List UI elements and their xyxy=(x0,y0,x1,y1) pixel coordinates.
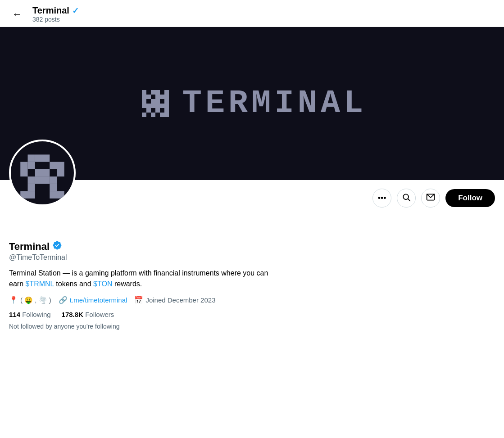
svg-rect-22 xyxy=(164,108,169,113)
svg-rect-39 xyxy=(28,176,35,184)
svg-rect-21 xyxy=(155,108,160,113)
link-icon: 🔗 xyxy=(59,296,68,304)
svg-rect-8 xyxy=(160,95,164,99)
header-bar: ← Terminal ✓ 382 posts xyxy=(0,0,504,27)
follow-button[interactable]: Follow xyxy=(445,189,495,207)
svg-rect-43 xyxy=(28,184,35,191)
svg-rect-32 xyxy=(28,162,35,169)
svg-rect-9 xyxy=(164,95,169,99)
svg-rect-31 xyxy=(20,162,27,169)
header-post-count: 382 posts xyxy=(32,16,79,23)
location-icon: 📍 xyxy=(9,296,18,304)
svg-rect-16 xyxy=(151,104,155,108)
banner-logo-icon xyxy=(137,86,173,122)
stats-row: 114 Following 178.8K Followers xyxy=(9,311,495,318)
svg-rect-7 xyxy=(155,95,160,99)
joined-meta: 📅 Joined December 2023 xyxy=(134,296,215,304)
joined-text: Joined December 2023 xyxy=(145,296,215,304)
bio-text-part2: tokens and xyxy=(54,280,93,288)
svg-rect-34 xyxy=(57,162,64,169)
message-button[interactable] xyxy=(421,189,440,208)
svg-rect-30 xyxy=(42,154,50,162)
username: @TimeToTerminal xyxy=(9,253,495,262)
message-icon xyxy=(426,193,435,204)
profile-section: ••• Follow Terminal xyxy=(0,180,504,335)
link-meta: 🔗 t.me/timetoterminal xyxy=(59,296,127,304)
search-icon xyxy=(402,193,411,204)
search-button[interactable] xyxy=(397,189,416,208)
svg-rect-15 xyxy=(146,104,151,108)
svg-rect-36 xyxy=(35,169,42,176)
location-text: ( 🤑 , 🌪️ ) xyxy=(20,296,51,304)
svg-rect-10 xyxy=(142,99,146,104)
svg-rect-13 xyxy=(164,99,169,104)
followers-label-text: Followers xyxy=(85,311,114,318)
svg-rect-35 xyxy=(20,169,27,176)
verified-badge xyxy=(52,240,62,253)
following-stat[interactable]: 114 Following xyxy=(9,311,51,318)
svg-rect-4 xyxy=(164,90,169,95)
svg-rect-42 xyxy=(50,176,57,184)
more-options-button[interactable]: ••• xyxy=(372,189,391,208)
svg-rect-41 xyxy=(42,176,50,184)
svg-rect-6 xyxy=(146,95,151,99)
following-count: 114 xyxy=(9,311,20,318)
svg-rect-20 xyxy=(146,108,151,113)
profile-link[interactable]: t.me/timetoterminal xyxy=(70,296,127,304)
token2-link[interactable]: $TON xyxy=(93,280,112,288)
display-name: Terminal xyxy=(9,240,495,253)
followers-stat[interactable]: 178.8K Followers xyxy=(62,311,114,318)
svg-rect-37 xyxy=(42,169,50,176)
svg-rect-44 xyxy=(50,184,57,191)
svg-rect-2 xyxy=(151,90,155,95)
followers-count: 178.8K xyxy=(62,311,83,318)
action-buttons-row: ••• Follow xyxy=(9,180,495,209)
svg-rect-5 xyxy=(142,95,146,99)
svg-rect-19 xyxy=(164,104,169,108)
svg-rect-38 xyxy=(57,169,64,176)
back-button[interactable]: ← xyxy=(9,6,25,23)
svg-rect-18 xyxy=(160,104,164,108)
location-meta: 📍 ( 🤑 , 🌪️ ) xyxy=(9,296,51,304)
avatar xyxy=(9,140,76,206)
not-followed-text: Not followed by anyone you're following xyxy=(9,323,495,330)
header-info: Terminal ✓ 382 posts xyxy=(32,5,79,23)
more-icon: ••• xyxy=(378,194,386,203)
calendar-icon: 📅 xyxy=(134,296,143,304)
svg-rect-40 xyxy=(35,176,42,184)
token1-link[interactable]: $TRMNL xyxy=(25,280,54,288)
banner-title: TERMINAL xyxy=(182,85,367,122)
svg-rect-3 xyxy=(155,90,160,95)
svg-rect-28 xyxy=(28,154,35,162)
svg-rect-24 xyxy=(151,113,155,117)
avatar-wrapper xyxy=(9,140,76,206)
svg-rect-12 xyxy=(155,99,160,104)
svg-rect-45 xyxy=(20,191,35,199)
display-name-text: Terminal xyxy=(9,241,50,253)
bio-text-part3: rewards. xyxy=(112,280,142,288)
following-label-text: Following xyxy=(22,311,50,318)
svg-rect-23 xyxy=(142,113,146,117)
svg-rect-11 xyxy=(151,99,155,104)
header-verified-badge: ✓ xyxy=(72,6,79,16)
header-name-text: Terminal xyxy=(32,5,69,16)
header-display-name: Terminal ✓ xyxy=(32,5,79,16)
svg-line-48 xyxy=(408,199,410,201)
svg-rect-33 xyxy=(50,162,57,169)
svg-rect-29 xyxy=(35,154,42,162)
bio: Terminal Station — is a gaming platform … xyxy=(9,268,279,289)
svg-rect-1 xyxy=(142,90,146,95)
profile-info: Terminal @TimeToTerminal Terminal Statio… xyxy=(9,209,495,335)
banner-content: TERMINAL xyxy=(137,85,367,122)
back-arrow-icon: ← xyxy=(12,9,22,20)
avatar-image xyxy=(13,144,72,202)
svg-rect-26 xyxy=(164,113,169,117)
svg-rect-17 xyxy=(155,104,160,108)
svg-rect-25 xyxy=(160,113,164,117)
meta-row: 📍 ( 🤑 , 🌪️ ) 🔗 t.me/timetoterminal 📅 Joi… xyxy=(9,296,495,304)
svg-rect-14 xyxy=(142,104,146,108)
svg-rect-46 xyxy=(50,191,64,199)
